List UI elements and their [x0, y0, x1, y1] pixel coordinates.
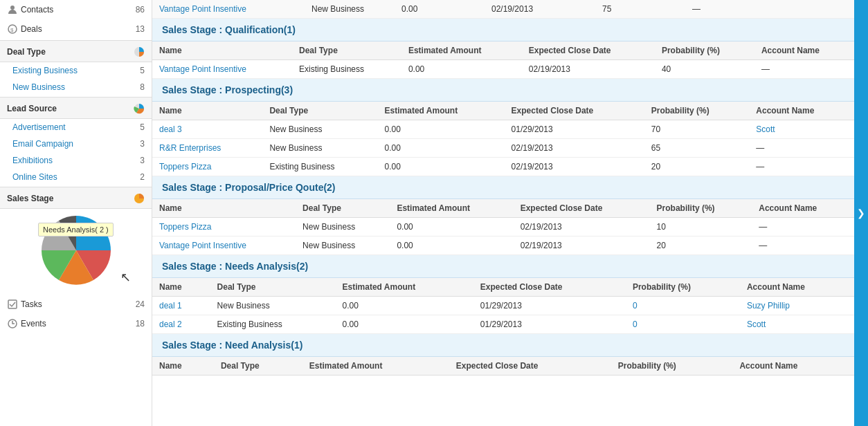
main-content: Vantage Point Insentive New Business 0.0… [152, 0, 854, 426]
amount-cell: 0.00 [401, 60, 522, 79]
bottom-nav: Tasks 24 Events 18 [0, 295, 152, 333]
right-arrow-icon: ❯ [857, 207, 865, 219]
deal-type-cell: New Business [262, 139, 377, 158]
existing-business-label: Existing Business [12, 66, 78, 75]
deal-type-cell: New Business [296, 237, 390, 255]
col-probability: Probability (%) [644, 102, 750, 120]
col-account-name: Account Name [752, 199, 854, 218]
sidebar-item-advertisement[interactable]: Advertisement 5 [0, 119, 152, 136]
amount-cell: 0.00 [378, 158, 505, 176]
prospecting-table-wrapper: Name Deal Type Estimated Amount Expected… [152, 102, 854, 176]
need-analysis-table-wrapper: Name Deal Type Estimated Amount Expected… [152, 357, 854, 376]
account-link[interactable]: Scott [756, 124, 775, 134]
sidebar: Contacts 86 $ Deals 13 Deal Type Existin… [0, 0, 152, 426]
col-probability: Probability (%) [655, 41, 754, 60]
sidebar-item-online-sites[interactable]: Online Sites 2 [0, 169, 152, 185]
close-date-cell: 02/19/2013 [505, 158, 644, 176]
table-row: Vantage Point Insentive Existing Busines… [152, 60, 854, 79]
online-sites-label: Online Sites [12, 172, 57, 182]
sales-stage-pie-chart[interactable]: Needs Analysis( 2 ) ↖ [0, 209, 152, 292]
pie-tooltip: Needs Analysis( 2 ) [38, 223, 114, 237]
sidebar-item-events[interactable]: Events 18 [0, 314, 152, 333]
deal-name-link[interactable]: Toppers Pizza [159, 222, 211, 232]
table-row: deal 2 Existing Business 0.00 01/29/2013… [152, 315, 854, 334]
deals-count: 13 [136, 24, 145, 34]
deal-name-link[interactable]: deal 3 [159, 124, 182, 134]
table-header-row: Name Deal Type Estimated Amount Expected… [152, 357, 854, 376]
sidebar-item-existing-business[interactable]: Existing Business 5 [0, 62, 152, 79]
deal-name-link[interactable]: Vantage Point Insentive [159, 241, 246, 250]
table-row: deal 1 New Business 0.00 01/29/2013 0 Su… [152, 297, 854, 315]
probability-cell: 65 [644, 139, 750, 158]
probability-cell: 20 [650, 237, 752, 255]
deals-label: Deals [21, 24, 42, 34]
close-date-cell: 02/19/2013 [514, 237, 650, 255]
contacts-label: Contacts [21, 5, 53, 15]
col-probability: Probability (%) [650, 199, 752, 218]
top-partial-name[interactable]: Vantage Point Insentive [159, 4, 246, 14]
top-partial-account: — [685, 0, 854, 19]
close-date-cell: 01/29/2013 [473, 297, 626, 315]
col-estimated-amount: Estimated Amount [336, 278, 473, 297]
email-campaign-label: Email Campaign [12, 139, 73, 149]
deal-name-link[interactable]: Toppers Pizza [159, 162, 211, 172]
col-deal-type: Deal Type [210, 278, 336, 297]
tasks-label: Tasks [21, 299, 42, 309]
deal-type-cell: Existing Business [262, 158, 377, 176]
prospecting-table: Name Deal Type Estimated Amount Expected… [152, 102, 854, 176]
col-account-name: Account Name [754, 41, 854, 60]
col-account-name: Account Name [732, 357, 854, 376]
col-estimated-amount: Estimated Amount [401, 41, 522, 60]
account-cell: — [752, 218, 854, 237]
right-arrow-panel[interactable]: ❯ [854, 0, 868, 426]
deal-name-link[interactable]: Vantage Point Insentive [159, 64, 246, 74]
deal-name-link[interactable]: deal 1 [159, 301, 182, 311]
deal-name-link[interactable]: deal 2 [159, 320, 182, 329]
events-label: Events [21, 319, 46, 328]
sidebar-item-contacts[interactable]: Contacts 86 [0, 0, 152, 19]
close-date-cell: 01/29/2013 [505, 120, 644, 139]
new-business-count: 8 [140, 82, 145, 92]
sidebar-item-email-campaign[interactable]: Email Campaign 3 [0, 136, 152, 152]
sidebar-item-new-business[interactable]: New Business 8 [0, 79, 152, 95]
probability-link[interactable]: 0 [633, 320, 638, 329]
advertisement-count: 5 [140, 122, 145, 132]
amount-cell: 0.00 [378, 139, 505, 158]
col-deal-type: Deal Type [296, 199, 390, 218]
contacts-count: 86 [136, 5, 145, 15]
account-cell: — [749, 139, 854, 158]
top-partial-probability: 75 [595, 0, 685, 19]
col-deal-type: Deal Type [292, 41, 401, 60]
table-header-row: Name Deal Type Estimated Amount Expected… [152, 278, 854, 297]
amount-cell: 0.00 [378, 120, 505, 139]
deal-name-link[interactable]: R&R Enterprises [159, 143, 221, 153]
probability-cell: 10 [650, 218, 752, 237]
col-name: Name [152, 278, 210, 297]
need-analysis-header: Sales Stage : Need Analysis(1) [152, 334, 854, 357]
table-row: Toppers Pizza Existing Business 0.00 02/… [152, 158, 854, 176]
sidebar-item-tasks[interactable]: Tasks 24 [0, 295, 152, 314]
needs-analysis-table-wrapper: Name Deal Type Estimated Amount Expected… [152, 278, 854, 334]
account-link[interactable]: Scott [747, 320, 766, 329]
deal-type-cell: Existing Business [210, 315, 336, 334]
contacts-icon [7, 4, 18, 15]
col-name: Name [152, 102, 262, 120]
probability-cell: 40 [655, 60, 754, 79]
probability-link[interactable]: 0 [633, 301, 638, 311]
qualification-table-wrapper: Name Deal Type Estimated Amount Expected… [152, 41, 854, 79]
deals-icon: $ [7, 24, 18, 35]
top-partial-table: Vantage Point Insentive New Business 0.0… [152, 0, 854, 19]
table-row: R&R Enterprises New Business 0.00 02/19/… [152, 139, 854, 158]
qualification-header: Sales Stage : Qualification(1) [152, 19, 854, 41]
account-link[interactable]: Suzy Phillip [747, 301, 790, 311]
deal-type-items: Existing Business 5 New Business 8 [0, 62, 152, 95]
lead-source-pie-icon[interactable] [134, 103, 145, 114]
sidebar-item-deals[interactable]: $ Deals 13 [0, 19, 152, 39]
probability-cell: 70 [644, 120, 750, 139]
top-partial-close-date: 02/19/2013 [485, 0, 595, 19]
deal-type-pie-icon[interactable] [134, 46, 145, 57]
svg-text:$: $ [10, 27, 14, 33]
need-analysis-table: Name Deal Type Estimated Amount Expected… [152, 357, 854, 376]
sidebar-item-exhibitions[interactable]: Exhibitions 3 [0, 152, 152, 169]
sales-stage-pie-icon[interactable] [134, 193, 145, 204]
